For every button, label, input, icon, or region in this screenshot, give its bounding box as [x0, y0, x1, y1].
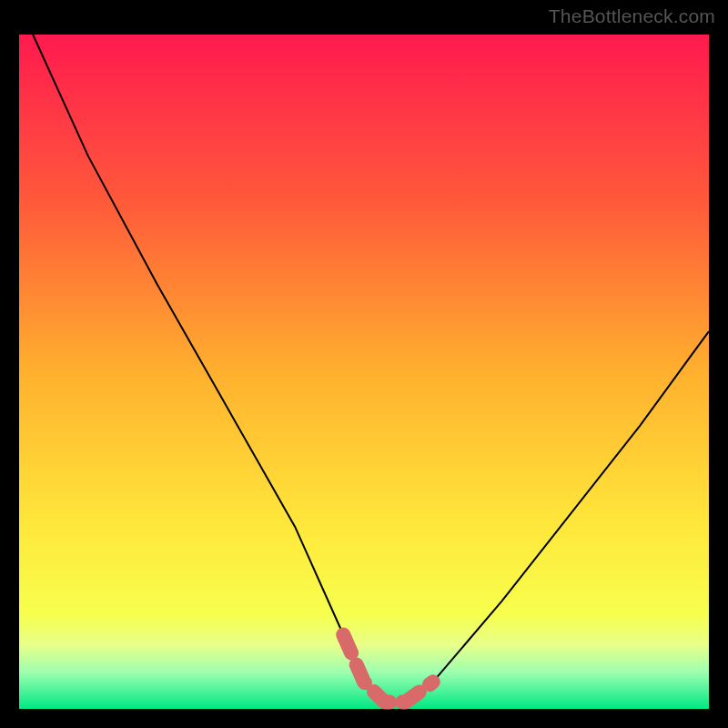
watermark-text: TheBottleneck.com — [549, 5, 715, 27]
chart-background — [19, 35, 709, 709]
chart-container: TheBottleneck.com — [0, 0, 728, 728]
bottleneck-chart — [0, 0, 728, 728]
